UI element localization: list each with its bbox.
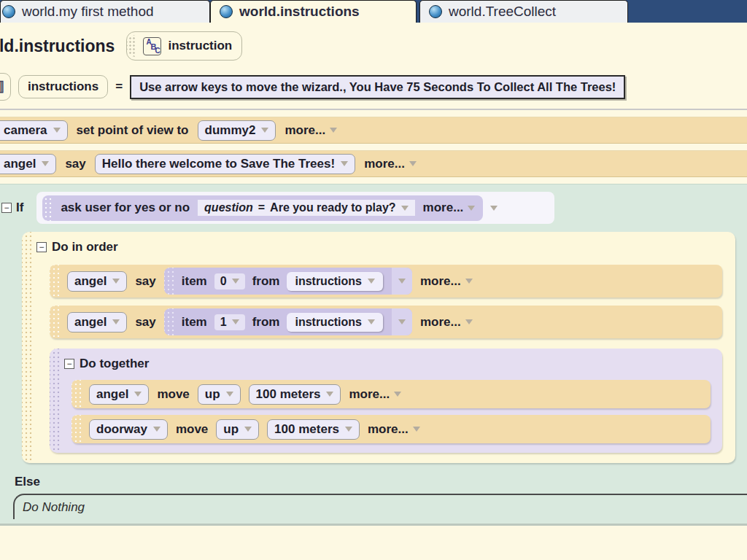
question-argument-box[interactable]: question = Are you ready to play? [198,200,415,216]
dropdown-icon[interactable] [341,161,348,166]
dropdown-icon[interactable] [401,206,409,211]
amount-dropdown[interactable]: 100 meters [249,384,341,405]
tab-world-instructions[interactable]: world.instructions [210,0,417,23]
more-options[interactable]: more... [420,315,473,330]
drag-grip-icon[interactable] [127,35,136,57]
drag-grip-icon[interactable] [164,308,174,335]
dropdown-icon[interactable] [398,319,406,324]
tab-world-treecollect[interactable]: world.TreeCollect [419,0,628,23]
dropdown-icon[interactable] [413,427,420,432]
statement-angel-say-item1[interactable]: angel say item 1 from instructions [50,306,722,338]
variable-name-tile[interactable]: instructions [18,75,108,98]
item-from-list-expression[interactable]: item 1 from instructions [164,308,412,335]
dropdown-icon[interactable] [226,392,233,397]
dropdown-icon[interactable] [398,279,406,284]
dropdown-icon[interactable] [394,392,401,397]
dropdown-icon[interactable] [112,279,120,284]
variable-row: ⟧ instructions = Use arrow keys to move … [0,69,747,110]
statement-doorway-move-up[interactable]: doorway move up 100 meters more... [71,415,711,443]
target-dropdown-dummy2[interactable]: dummy2 [198,120,276,141]
tab-world-my-first-method[interactable]: world.my first method [0,0,210,23]
dropdown-icon[interactable] [490,206,498,211]
dropdown-icon[interactable] [232,319,239,324]
drag-grip-icon[interactable] [164,268,174,295]
dropdown-icon[interactable] [345,427,352,432]
direction-dropdown[interactable]: up [216,419,259,440]
tab-label: world.my first method [22,4,154,20]
action-label: move [157,387,189,402]
drag-grip-icon[interactable] [50,306,60,338]
dropdown-icon[interactable] [326,392,333,397]
statement-angel-move-up[interactable]: angel move up 100 meters more... [71,380,711,408]
index-dropdown[interactable]: 1 [214,314,245,330]
amount-dropdown[interactable]: 100 meters [267,419,360,440]
direction-dropdown[interactable]: up [198,384,241,405]
index-dropdown[interactable]: 0 [214,273,245,289]
dropdown-icon[interactable] [261,128,268,133]
object-dropdown-camera[interactable]: camera [0,120,68,141]
list-name: instructions [295,316,362,329]
list-dropdown-instructions[interactable]: instructions [287,272,383,291]
drag-grip-icon[interactable] [42,195,53,221]
statement-angel-say-hello[interactable]: angel say Hello there welcome to Save Th… [0,150,747,177]
object-dropdown-doorway[interactable]: doorway [89,419,168,440]
more-options[interactable]: more... [368,422,420,437]
list-dropdown-instructions[interactable]: instructions [287,313,383,332]
do-in-order-block[interactable]: − Do in order angel say item 0 from inst… [22,232,735,463]
say-text-dropdown[interactable]: Hello there welcome to Save The Trees! [95,154,355,174]
dropdown-icon[interactable] [468,206,475,211]
expression-dropdown[interactable] [392,268,412,295]
more-options[interactable]: more... [423,195,476,221]
more-options[interactable]: more... [349,387,401,402]
variable-value-box[interactable]: Use arrow keys to move the wizard., You … [130,75,625,99]
statement-camera-set-pov[interactable]: camera set point of view to dummy2 more.… [0,117,747,144]
dropdown-icon[interactable] [465,319,473,324]
method-title: rld.instructions [0,36,115,56]
collapse-icon[interactable]: − [36,242,47,252]
param-name: question [204,201,253,214]
object-label: doorway [96,422,147,437]
dropdown-icon[interactable] [232,279,239,284]
else-do-nothing-area[interactable]: Do Nothing [13,494,747,519]
dropdown-icon[interactable] [153,427,160,432]
question-value: Are you ready to play? [270,201,396,214]
dropdown-icon[interactable] [409,161,417,166]
object-label: camera [4,123,47,138]
object-dropdown-angel[interactable]: angel [67,271,127,292]
dropdown-icon[interactable] [53,128,61,133]
do-together-label: Do together [80,357,149,371]
collapse-icon[interactable]: − [1,203,12,213]
dropdown-icon[interactable] [368,279,375,284]
dropdown-icon[interactable] [368,319,375,324]
item-from-list-expression[interactable]: item 0 from instructions [164,268,412,295]
object-dropdown-angel[interactable]: angel [0,154,56,174]
drag-grip-icon[interactable] [50,349,60,453]
if-else-block: − If ask user for yes or no question = A… [0,184,747,526]
more-options[interactable]: more... [420,274,473,289]
ask-user-function-tile[interactable]: ask user for yes or no question = Are yo… [42,195,483,221]
dropdown-icon[interactable] [134,392,142,397]
object-dropdown-angel[interactable]: angel [67,312,127,332]
abc-letter: C [155,47,160,55]
list-variable-tile[interactable]: ⟧ [0,73,11,101]
expression-dropdown[interactable] [392,308,412,335]
more-label: more... [349,387,390,402]
do-together-block[interactable]: − Do together angel move up 100 meters [50,349,722,453]
drag-grip-icon[interactable] [71,380,82,408]
dropdown-icon[interactable] [244,427,252,432]
dropdown-icon[interactable] [42,161,49,166]
parameter-instruction-tile[interactable]: A B C instruction [126,31,242,61]
drag-grip-icon[interactable] [71,415,82,443]
index-value: 1 [220,316,227,329]
list-name: instructions [295,275,362,288]
more-options[interactable]: more... [285,123,337,138]
drag-grip-icon[interactable] [22,232,32,463]
object-dropdown-angel[interactable]: angel [89,384,149,405]
dropdown-icon[interactable] [465,279,473,284]
dropdown-icon[interactable] [330,128,337,133]
drag-grip-icon[interactable] [50,265,60,298]
dropdown-icon[interactable] [112,319,120,324]
more-options[interactable]: more... [364,157,417,171]
collapse-icon[interactable]: − [64,359,74,369]
statement-angel-say-item0[interactable]: angel say item 0 from instructions [50,265,722,298]
